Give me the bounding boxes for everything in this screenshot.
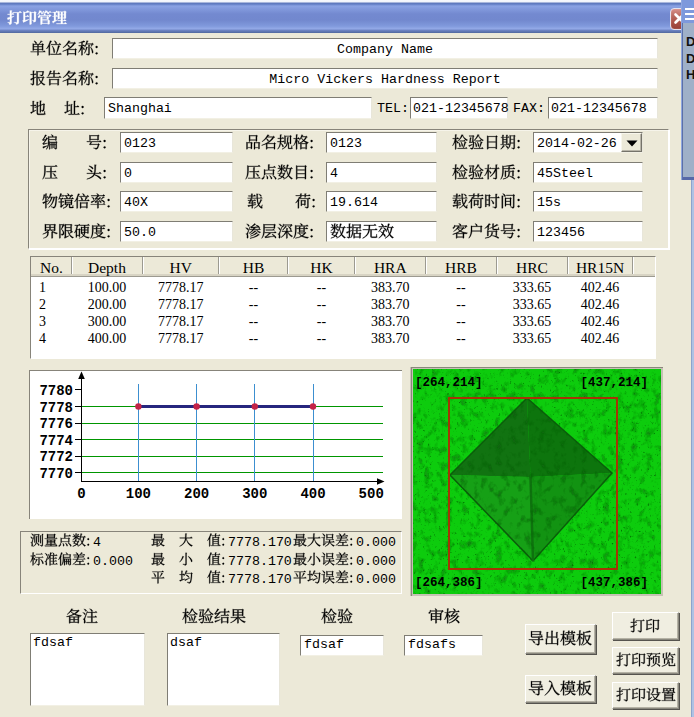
svg-text:100: 100 xyxy=(126,486,151,502)
svg-text:7778: 7778 xyxy=(39,400,73,416)
svg-text:0: 0 xyxy=(77,486,85,502)
svg-text:200: 200 xyxy=(184,486,209,502)
svg-text:[264,386]: [264,386] xyxy=(415,576,483,590)
svg-text:[264,214]: [264,214] xyxy=(415,376,483,390)
svg-text:7770: 7770 xyxy=(39,466,73,482)
svg-text:[437,214]: [437,214] xyxy=(580,376,648,390)
svg-text:400: 400 xyxy=(300,486,325,502)
svg-text:300: 300 xyxy=(242,486,267,502)
svg-text:7780: 7780 xyxy=(39,383,73,399)
svg-text:7772: 7772 xyxy=(39,449,73,465)
svg-text:500: 500 xyxy=(359,486,384,502)
svg-text:7776: 7776 xyxy=(39,416,73,432)
svg-text:[437,386]: [437,386] xyxy=(580,576,648,590)
svg-text:7774: 7774 xyxy=(39,433,73,449)
